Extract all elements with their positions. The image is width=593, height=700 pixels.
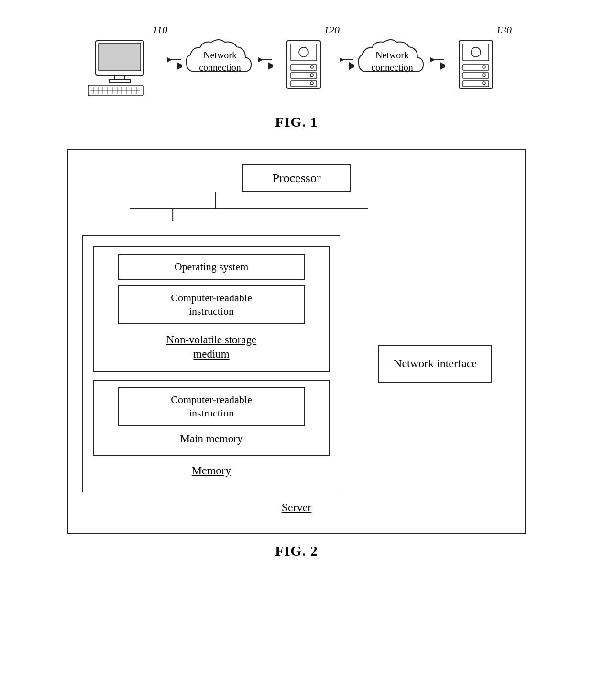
cloud-shape-1 [182, 38, 258, 86]
svg-point-26 [310, 66, 313, 68]
fig1-section: 110 [29, 14, 564, 144]
node-110-label: 110 [153, 24, 167, 36]
server-120-icon [277, 38, 335, 100]
node-130-group: 130 [450, 24, 507, 100]
svg-point-27 [310, 74, 313, 77]
fig2-columns: Operating system Computer-readable instr… [82, 221, 511, 492]
memory-outer-box: Operating system Computer-readable instr… [82, 235, 340, 492]
os-box: Operating system [118, 254, 305, 280]
computer-icon [86, 38, 163, 100]
processor-box: Processor [242, 164, 350, 192]
main-memory-label: Main memory [180, 433, 243, 445]
processor-area: Processor [82, 164, 511, 192]
left-arrow-2 [340, 53, 354, 72]
node-120-group: 120 [277, 24, 335, 100]
svg-rect-2 [115, 75, 124, 80]
cloud-shape-2 [354, 38, 430, 86]
cloud-2: Network connection [354, 38, 430, 86]
node-120-label: 120 [324, 24, 340, 36]
connector-lines [82, 192, 511, 221]
svg-point-39 [483, 66, 485, 68]
cri-box-2: Computer-readable instruction [118, 387, 305, 426]
right-arrow-2 [430, 53, 445, 72]
connection1-group: Network connection [167, 38, 273, 86]
connection2-group: Network connection [340, 38, 445, 86]
connector-svg [82, 192, 511, 221]
svg-point-38 [471, 47, 481, 57]
svg-rect-21 [291, 44, 317, 61]
svg-rect-34 [463, 44, 489, 61]
fig1-caption: FIG. 1 [275, 114, 318, 130]
server-label: Server [82, 501, 511, 514]
node-130-label: 130 [496, 24, 512, 36]
main-memory-box: Computer-readable instruction Main memor… [93, 380, 330, 456]
fig2-caption: FIG. 2 [275, 543, 318, 559]
network-interface-box: Network interface [378, 345, 492, 383]
fig2-section: Processor Operating syste [29, 149, 564, 573]
server-130-icon [450, 38, 507, 100]
nv-storage-label: Non-volatile storage medium [166, 333, 256, 361]
memory-label: Memory [192, 464, 231, 477]
node-110-group: 110 [86, 24, 163, 100]
fig2-outer-box: Processor Operating syste [67, 149, 526, 534]
fig1-diagram: 110 [29, 14, 564, 105]
svg-rect-3 [109, 80, 130, 83]
svg-point-28 [310, 82, 313, 85]
right-arrow-1 [258, 53, 273, 72]
cloud-1: Network connection [182, 38, 258, 86]
nv-storage-box: Operating system Computer-readable instr… [93, 246, 330, 372]
svg-point-40 [483, 74, 485, 77]
svg-point-41 [483, 82, 485, 85]
cri-box-1: Computer-readable instruction [118, 285, 305, 324]
svg-point-25 [299, 47, 308, 57]
svg-rect-1 [99, 43, 141, 71]
right-col: Network interface [340, 221, 511, 492]
left-arrow-1 [167, 53, 182, 72]
